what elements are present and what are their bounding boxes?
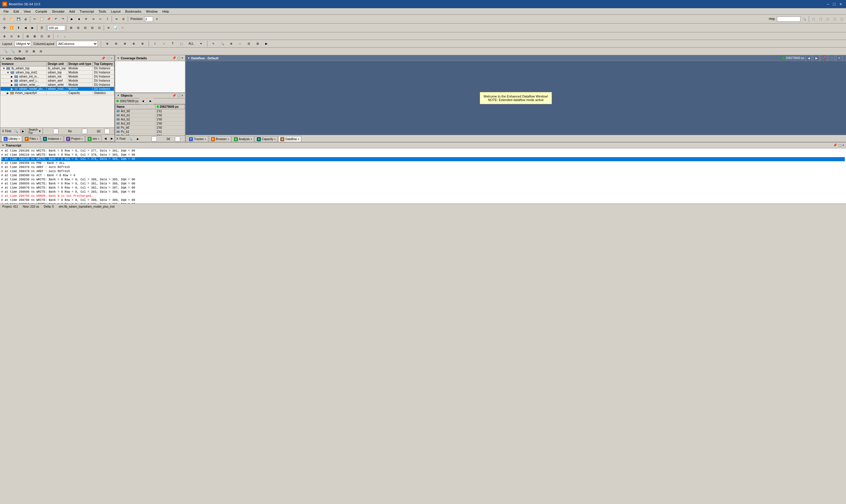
objects-table-row[interactable]: Pc_b1 1'h1: [115, 129, 185, 133]
case-sensitive-checkbox[interactable]: [44, 129, 68, 134]
dataflow-nav-right[interactable]: ▶: [813, 55, 820, 61]
toolbar-add-wave3[interactable]: ⬆: [15, 25, 22, 31]
toolbar-step-time[interactable]: ⊞: [68, 25, 74, 31]
menu-transcript[interactable]: Transcript: [77, 9, 96, 14]
toolbar-step[interactable]: ⇥: [90, 16, 96, 22]
obj-case-checkbox[interactable]: [142, 136, 166, 142]
toolbar-print[interactable]: 🖨: [22, 16, 29, 22]
obj-find-next[interactable]: ▶: [135, 136, 141, 142]
sim-table-row[interactable]: ▶ sdram_init_in... sdram_init Module DU …: [1, 75, 114, 79]
layout-mode5[interactable]: ALL: [187, 40, 195, 47]
obj-find-btn[interactable]: 🔍: [127, 136, 134, 142]
menu-layout[interactable]: Layout: [108, 9, 123, 14]
sim-tab-close[interactable]: ×: [98, 138, 99, 140]
coverage-close[interactable]: ×: [182, 56, 183, 60]
toolbar-undo[interactable]: ↶: [53, 16, 59, 22]
toolbar-step-time5[interactable]: ⊡: [96, 25, 103, 31]
tab-analysis[interactable]: S Analysis ×: [232, 136, 254, 142]
toolbar-sim3[interactable]: ⊛: [15, 33, 22, 39]
transcript-collapse[interactable]: ▼: [2, 144, 4, 147]
objects-table-row[interactable]: Act_b0 1'h1: [115, 109, 185, 113]
layout-mode1[interactable]: Ⅰ: [152, 40, 158, 47]
toolbar-view4[interactable]: ⬚: [831, 16, 838, 22]
maximize-button[interactable]: □: [831, 1, 837, 7]
menu-edit[interactable]: Edit: [11, 9, 21, 14]
sim-table-row[interactable]: ▶ sdram_write_... sdram_write Module DU …: [1, 83, 114, 87]
menu-window[interactable]: Window: [144, 9, 160, 14]
tab-library[interactable]: L Library ×: [1, 136, 22, 142]
objects-close[interactable]: ×: [182, 94, 183, 97]
tab-dataflow[interactable]: D Dataflow ×: [278, 136, 301, 142]
toolbar-copy[interactable]: 📋: [38, 16, 45, 22]
dataflow-collapse[interactable]: ▼: [187, 57, 190, 60]
layout-cursor4[interactable]: ↔: [237, 40, 243, 47]
tab-files[interactable]: F Files ×: [23, 136, 40, 142]
tab-sim[interactable]: S sim ×: [86, 136, 102, 142]
row-expand-icon[interactable]: ▼: [3, 67, 5, 70]
capacity-close[interactable]: ×: [274, 138, 275, 141]
toolbar-restart[interactable]: ⟳: [83, 16, 89, 22]
objects-table-row[interactable]: Act_b1 1'h0: [115, 113, 185, 117]
tabs-scroll-left[interactable]: ◀: [102, 135, 109, 142]
sim-table-row[interactable]: ▼ tb_sdram_top tb_sdram_top Module DU In…: [1, 66, 114, 71]
find-next-btn[interactable]: ▶: [21, 129, 26, 133]
objects-table-row[interactable]: Pc_b0 1'h0: [115, 125, 185, 129]
minimize-button[interactable]: −: [825, 1, 831, 7]
objects-collapse[interactable]: ▼: [117, 94, 120, 97]
layout-cursor2[interactable]: 🔍: [219, 40, 226, 47]
time-input[interactable]: [48, 25, 65, 31]
transcript-expand[interactable]: ⬚: [839, 143, 841, 147]
browser-close[interactable]: ×: [227, 138, 229, 141]
layout-btn5[interactable]: ⊕: [139, 40, 146, 47]
layout-mode4[interactable]: ⬚: [178, 40, 185, 47]
toolbar-sim7[interactable]: ⊟: [46, 33, 52, 39]
sim-collapse-icon[interactable]: ▼: [2, 57, 5, 60]
sim-table-row[interactable]: ▶ #vsim_capacity# Capacity Statistics: [1, 91, 114, 95]
tab-browser[interactable]: B Browser ×: [209, 136, 231, 142]
layout-cursor3[interactable]: ⊕: [228, 40, 234, 47]
toolbar-stepover[interactable]: ⇨: [97, 16, 103, 22]
row-expand-icon[interactable]: ▶: [7, 92, 9, 94]
toolbar-list[interactable]: ☰: [38, 25, 45, 31]
sim-table-row[interactable]: ▶ sdram_aref_i... sdram_aref Module DU I…: [1, 79, 114, 83]
toolbar-paste[interactable]: 📌: [46, 16, 52, 22]
toolbar-step-time4[interactable]: ⊟: [89, 25, 95, 31]
toolbar-view1[interactable]: ⬚: [810, 16, 817, 22]
dataflow-close[interactable]: ×: [836, 55, 843, 61]
obj-wrap-checkbox[interactable]: [171, 136, 184, 142]
tab-capacity[interactable]: C Capacity ×: [255, 136, 277, 142]
dataflow-expand[interactable]: ⬚: [828, 55, 835, 61]
help-button[interactable]: Help: [767, 16, 776, 22]
dataflow-nav-left[interactable]: ◀: [806, 55, 812, 61]
tab-project[interactable]: P Project ×: [64, 136, 85, 142]
project-tab-close[interactable]: ×: [81, 138, 83, 140]
toolbar-new[interactable]: 🗋: [1, 16, 7, 22]
toolbar-wave-btn2[interactable]: 📊: [112, 25, 119, 31]
row-expand-icon[interactable]: ▶: [11, 84, 13, 86]
tab-instance[interactable]: C Instance ×: [41, 136, 64, 142]
coverage-expand[interactable]: ⬚: [177, 56, 180, 60]
layout-mode2[interactable]: ○: [161, 40, 167, 47]
toolbar-run[interactable]: ▶: [69, 16, 75, 22]
icon-zoom-fit[interactable]: ⊞: [16, 48, 23, 55]
sim-pin-icon[interactable]: 📌: [101, 56, 106, 60]
layout-btn2[interactable]: ⊕: [113, 40, 119, 47]
toolbar-fwd[interactable]: ▶: [29, 25, 36, 31]
help-search[interactable]: 🔍: [801, 16, 808, 22]
toolbar-redo[interactable]: ↷: [60, 16, 66, 22]
column-layout-select[interactable]: AllColumns: [57, 41, 98, 47]
precision-btn[interactable]: ≡: [154, 16, 160, 22]
layout-btn1[interactable]: ⊕: [104, 40, 110, 47]
coverage-collapse[interactable]: ▼: [117, 57, 120, 60]
menu-file[interactable]: File: [1, 9, 11, 14]
coverage-pin[interactable]: 📌: [172, 56, 176, 60]
toolbar-stepout[interactable]: ⤴: [104, 16, 110, 22]
instance-tab-close[interactable]: ×: [60, 138, 61, 140]
toolbar-sim2[interactable]: ⊙: [8, 33, 15, 39]
toolbar-back[interactable]: ◀: [22, 25, 29, 31]
objects-nav-left[interactable]: ◀: [140, 98, 146, 104]
toolbar-step-time3[interactable]: ⊟: [82, 25, 88, 31]
layout-cursor6[interactable]: ⊞: [254, 40, 261, 47]
toolbar-break[interactable]: ⊘: [120, 16, 127, 22]
toolbar-view3[interactable]: ⬚: [824, 16, 831, 22]
